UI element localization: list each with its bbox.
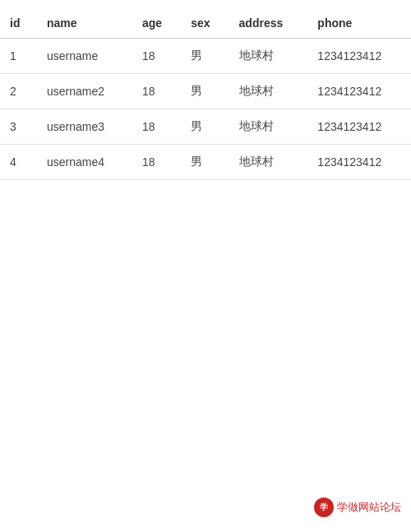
cell-name: username (37, 39, 132, 74)
cell-sex: 男 (181, 109, 229, 145)
cell-address: 地球村 (229, 39, 308, 74)
cell-age: 18 (132, 74, 181, 109)
col-header-address: address (229, 8, 308, 39)
table-row: 3username318男地球村1234123412 (0, 109, 411, 145)
cell-name: username2 (37, 74, 132, 109)
table-header: id name age sex address phone (0, 8, 411, 39)
cell-phone: 1234123412 (307, 145, 411, 180)
cell-age: 18 (132, 109, 181, 145)
watermark-label: 学做网站论坛 (337, 500, 401, 515)
watermark: 学 学做网站论坛 (314, 497, 401, 517)
watermark-icon-text: 学 (320, 502, 328, 513)
data-table: id name age sex address phone 1username1… (0, 8, 411, 180)
cell-phone: 1234123412 (307, 74, 411, 109)
cell-phone: 1234123412 (307, 109, 411, 145)
table-row: 1username18男地球村1234123412 (0, 39, 411, 74)
table-body: 1username18男地球村12341234122username218男地球… (0, 39, 411, 180)
table-container: id name age sex address phone 1username1… (0, 0, 411, 188)
cell-address: 地球村 (229, 74, 308, 109)
col-header-age: age (132, 8, 181, 39)
table-row: 2username218男地球村1234123412 (0, 74, 411, 109)
watermark-icon: 学 (314, 497, 334, 517)
cell-phone: 1234123412 (307, 39, 411, 74)
col-header-sex: sex (181, 8, 229, 39)
col-header-phone: phone (307, 8, 411, 39)
cell-name: username4 (37, 145, 132, 180)
cell-age: 18 (132, 145, 181, 180)
cell-id: 2 (0, 74, 37, 109)
col-header-name: name (37, 8, 132, 39)
cell-age: 18 (132, 39, 181, 74)
cell-id: 3 (0, 109, 37, 145)
cell-sex: 男 (181, 145, 229, 180)
header-row: id name age sex address phone (0, 8, 411, 39)
cell-address: 地球村 (229, 145, 308, 180)
table-row: 4username418男地球村1234123412 (0, 145, 411, 180)
cell-name: username3 (37, 109, 132, 145)
cell-id: 4 (0, 145, 37, 180)
cell-id: 1 (0, 39, 37, 74)
cell-sex: 男 (181, 74, 229, 109)
col-header-id: id (0, 8, 37, 39)
cell-sex: 男 (181, 39, 229, 74)
cell-address: 地球村 (229, 109, 308, 145)
